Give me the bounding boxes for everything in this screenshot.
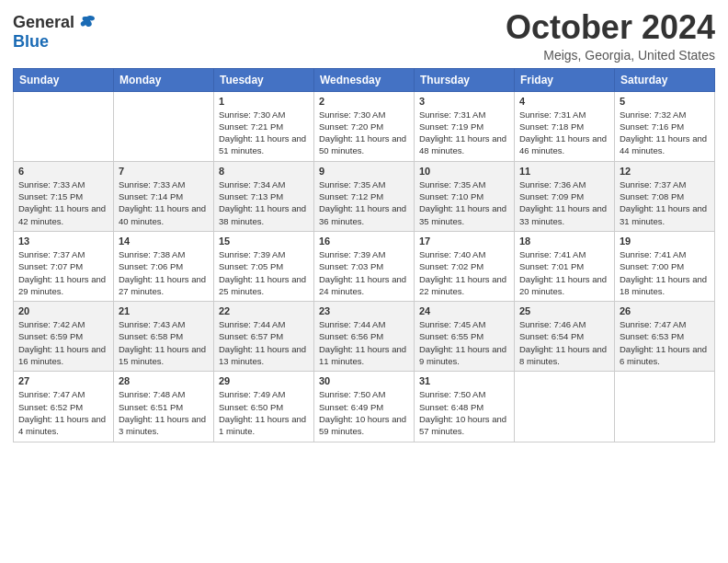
table-row: 11Sunrise: 7:36 AM Sunset: 7:09 PM Dayli…: [515, 161, 615, 231]
table-row: 24Sunrise: 7:45 AM Sunset: 6:55 PM Dayli…: [415, 302, 515, 372]
table-row: 6Sunrise: 7:33 AM Sunset: 7:15 PM Daylig…: [14, 161, 114, 231]
table-row: 26Sunrise: 7:47 AM Sunset: 6:53 PM Dayli…: [615, 302, 715, 372]
day-info: Sunrise: 7:45 AM Sunset: 6:55 PM Dayligh…: [419, 318, 509, 367]
logo-bird-icon: [78, 15, 97, 31]
table-row: 2Sunrise: 7:30 AM Sunset: 7:20 PM Daylig…: [314, 91, 415, 161]
table-row: [114, 91, 214, 161]
day-info: Sunrise: 7:37 AM Sunset: 7:08 PM Dayligh…: [620, 178, 710, 227]
table-row: 7Sunrise: 7:33 AM Sunset: 7:14 PM Daylig…: [114, 161, 214, 231]
day-number: 11: [519, 166, 609, 177]
day-info: Sunrise: 7:42 AM Sunset: 6:59 PM Dayligh…: [18, 318, 108, 367]
day-number: 3: [419, 96, 509, 107]
col-wednesday: Wednesday: [314, 68, 415, 91]
day-number: 28: [119, 375, 209, 386]
table-row: 31Sunrise: 7:50 AM Sunset: 6:48 PM Dayli…: [415, 372, 515, 442]
table-row: 10Sunrise: 7:35 AM Sunset: 7:10 PM Dayli…: [415, 161, 515, 231]
day-info: Sunrise: 7:39 AM Sunset: 7:03 PM Dayligh…: [319, 248, 409, 297]
calendar-header-row: Sunday Monday Tuesday Wednesday Thursday…: [14, 68, 715, 91]
day-number: 15: [219, 236, 309, 247]
day-info: Sunrise: 7:50 AM Sunset: 6:48 PM Dayligh…: [419, 388, 509, 437]
day-info: Sunrise: 7:33 AM Sunset: 7:15 PM Dayligh…: [18, 178, 108, 227]
day-number: 2: [319, 96, 409, 107]
day-info: Sunrise: 7:47 AM Sunset: 6:52 PM Dayligh…: [18, 388, 108, 437]
table-row: 1Sunrise: 7:30 AM Sunset: 7:21 PM Daylig…: [214, 91, 314, 161]
table-row: 23Sunrise: 7:44 AM Sunset: 6:56 PM Dayli…: [314, 302, 415, 372]
day-info: Sunrise: 7:30 AM Sunset: 7:20 PM Dayligh…: [319, 109, 409, 157]
day-number: 1: [219, 96, 309, 107]
day-number: 14: [119, 236, 209, 247]
day-info: Sunrise: 7:44 AM Sunset: 6:57 PM Dayligh…: [219, 318, 309, 367]
logo-blue: Blue: [13, 32, 49, 51]
day-number: 4: [519, 96, 609, 107]
day-number: 21: [119, 305, 209, 316]
day-number: 30: [319, 375, 409, 386]
table-row: 13Sunrise: 7:37 AM Sunset: 7:07 PM Dayli…: [14, 231, 114, 301]
location: Meigs, Georgia, United States: [506, 48, 715, 63]
day-number: 25: [519, 305, 609, 316]
day-info: Sunrise: 7:35 AM Sunset: 7:12 PM Dayligh…: [319, 178, 409, 227]
day-info: Sunrise: 7:33 AM Sunset: 7:14 PM Dayligh…: [119, 178, 209, 227]
day-info: Sunrise: 7:38 AM Sunset: 7:06 PM Dayligh…: [119, 248, 209, 297]
table-row: 17Sunrise: 7:40 AM Sunset: 7:02 PM Dayli…: [415, 231, 515, 301]
col-sunday: Sunday: [14, 68, 114, 91]
title-block: October 2024 Meigs, Georgia, United Stat…: [506, 9, 715, 63]
day-number: 19: [620, 236, 710, 247]
table-row: 3Sunrise: 7:31 AM Sunset: 7:19 PM Daylig…: [415, 91, 515, 161]
table-row: 30Sunrise: 7:50 AM Sunset: 6:49 PM Dayli…: [314, 372, 415, 442]
page-container: General Blue October 2024 Meigs, Georgia…: [0, 0, 728, 455]
table-row: 5Sunrise: 7:32 AM Sunset: 7:16 PM Daylig…: [615, 91, 715, 161]
day-number: 23: [319, 305, 409, 316]
day-number: 22: [219, 305, 309, 316]
col-monday: Monday: [114, 68, 214, 91]
table-row: 27Sunrise: 7:47 AM Sunset: 6:52 PM Dayli…: [14, 372, 114, 442]
table-row: 12Sunrise: 7:37 AM Sunset: 7:08 PM Dayli…: [615, 161, 715, 231]
calendar-week-row: 1Sunrise: 7:30 AM Sunset: 7:21 PM Daylig…: [14, 91, 715, 161]
day-info: Sunrise: 7:41 AM Sunset: 7:00 PM Dayligh…: [620, 248, 710, 297]
day-info: Sunrise: 7:47 AM Sunset: 6:53 PM Dayligh…: [620, 318, 710, 367]
day-number: 24: [419, 305, 509, 316]
table-row: 25Sunrise: 7:46 AM Sunset: 6:54 PM Dayli…: [515, 302, 615, 372]
day-info: Sunrise: 7:36 AM Sunset: 7:09 PM Dayligh…: [519, 178, 609, 227]
table-row: [515, 372, 615, 442]
table-row: 18Sunrise: 7:41 AM Sunset: 7:01 PM Dayli…: [515, 231, 615, 301]
table-row: 29Sunrise: 7:49 AM Sunset: 6:50 PM Dayli…: [214, 372, 314, 442]
day-number: 16: [319, 236, 409, 247]
table-row: [615, 372, 715, 442]
table-row: 9Sunrise: 7:35 AM Sunset: 7:12 PM Daylig…: [314, 161, 415, 231]
day-number: 18: [519, 236, 609, 247]
table-row: 28Sunrise: 7:48 AM Sunset: 6:51 PM Dayli…: [114, 372, 214, 442]
day-info: Sunrise: 7:31 AM Sunset: 7:19 PM Dayligh…: [419, 109, 509, 157]
day-info: Sunrise: 7:35 AM Sunset: 7:10 PM Dayligh…: [419, 178, 509, 227]
day-info: Sunrise: 7:32 AM Sunset: 7:16 PM Dayligh…: [620, 109, 710, 157]
calendar-week-row: 27Sunrise: 7:47 AM Sunset: 6:52 PM Dayli…: [14, 372, 715, 442]
calendar-week-row: 20Sunrise: 7:42 AM Sunset: 6:59 PM Dayli…: [14, 302, 715, 372]
day-info: Sunrise: 7:48 AM Sunset: 6:51 PM Dayligh…: [119, 388, 209, 437]
day-number: 20: [18, 305, 108, 316]
day-info: Sunrise: 7:30 AM Sunset: 7:21 PM Dayligh…: [219, 109, 309, 157]
day-info: Sunrise: 7:31 AM Sunset: 7:18 PM Dayligh…: [519, 109, 609, 157]
day-info: Sunrise: 7:39 AM Sunset: 7:05 PM Dayligh…: [219, 248, 309, 297]
col-thursday: Thursday: [415, 68, 515, 91]
day-info: Sunrise: 7:34 AM Sunset: 7:13 PM Dayligh…: [219, 178, 309, 227]
day-info: Sunrise: 7:41 AM Sunset: 7:01 PM Dayligh…: [519, 248, 609, 297]
day-info: Sunrise: 7:37 AM Sunset: 7:07 PM Dayligh…: [18, 248, 108, 297]
table-row: 14Sunrise: 7:38 AM Sunset: 7:06 PM Dayli…: [114, 231, 214, 301]
table-row: [14, 91, 114, 161]
day-number: 31: [419, 375, 509, 386]
day-number: 12: [620, 166, 710, 177]
day-number: 29: [219, 375, 309, 386]
table-row: 16Sunrise: 7:39 AM Sunset: 7:03 PM Dayli…: [314, 231, 415, 301]
table-row: 15Sunrise: 7:39 AM Sunset: 7:05 PM Dayli…: [214, 231, 314, 301]
table-row: 22Sunrise: 7:44 AM Sunset: 6:57 PM Dayli…: [214, 302, 314, 372]
day-number: 7: [119, 166, 209, 177]
table-row: 20Sunrise: 7:42 AM Sunset: 6:59 PM Dayli…: [14, 302, 114, 372]
day-info: Sunrise: 7:50 AM Sunset: 6:49 PM Dayligh…: [319, 388, 409, 437]
logo: General Blue: [13, 9, 97, 52]
day-info: Sunrise: 7:49 AM Sunset: 6:50 PM Dayligh…: [219, 388, 309, 437]
day-info: Sunrise: 7:44 AM Sunset: 6:56 PM Dayligh…: [319, 318, 409, 367]
calendar-week-row: 6Sunrise: 7:33 AM Sunset: 7:15 PM Daylig…: [14, 161, 715, 231]
header: General Blue October 2024 Meigs, Georgia…: [13, 9, 715, 63]
table-row: 8Sunrise: 7:34 AM Sunset: 7:13 PM Daylig…: [214, 161, 314, 231]
day-number: 6: [18, 166, 108, 177]
month-title: October 2024: [506, 9, 715, 46]
